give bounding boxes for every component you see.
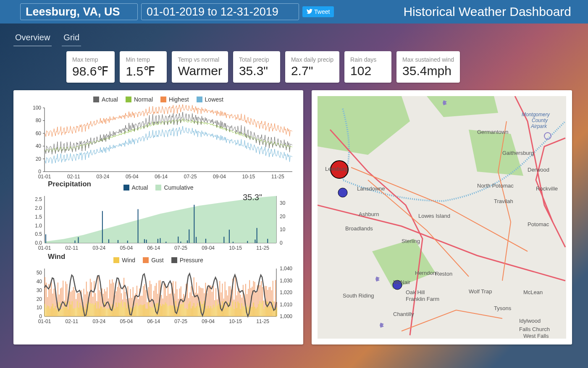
svg-text:60: 60 (36, 130, 42, 136)
legend-lowest: Lowest (197, 96, 223, 103)
svg-rect-243 (144, 304, 145, 316)
svg-rect-197 (115, 308, 116, 316)
svg-rect-421 (260, 301, 260, 316)
svg-rect-305 (184, 308, 185, 316)
stat-label: Max temp (72, 56, 109, 63)
wind-plot: 010203040501,0001,0101,0201,0301,04001-0… (19, 265, 297, 332)
svg-text:2.5: 2.5 (35, 196, 42, 202)
legend-gust: Gust (143, 257, 164, 264)
map-label: Herndon (415, 270, 436, 276)
svg-rect-231 (136, 303, 137, 316)
svg-rect-161 (91, 304, 92, 316)
svg-rect-39 (257, 228, 257, 243)
temperature-chart: Actual Normal Highest Lowest 02040608010… (19, 96, 297, 186)
header: Tweet Historical Weather Dashboard (0, 0, 588, 23)
svg-rect-413 (255, 307, 255, 316)
svg-rect-49 (180, 242, 181, 243)
map-label: McLean (523, 289, 543, 295)
map-label: Wolf Trap (469, 288, 492, 295)
tab-grid[interactable]: Grid (62, 31, 81, 46)
svg-rect-43 (205, 239, 206, 243)
svg-text:10: 10 (280, 227, 286, 232)
stat-max-wind: Max sustained wind35.4mph (396, 51, 460, 83)
map-label: Oak Hill (406, 289, 425, 295)
location-input[interactable] (20, 3, 138, 20)
svg-rect-317 (192, 306, 193, 316)
map[interactable]: Leesburg Lansdowne Ashburn Broadlands St… (318, 96, 566, 339)
svg-rect-427 (263, 309, 264, 316)
svg-rect-57 (223, 237, 224, 243)
date-range-input[interactable] (141, 3, 299, 20)
svg-rect-261 (156, 303, 157, 316)
svg-text:03-24: 03-24 (93, 245, 106, 251)
svg-rect-291 (175, 301, 176, 316)
map-label: Falls Church (519, 326, 550, 332)
svg-rect-365 (223, 307, 224, 316)
svg-rect-373 (228, 302, 229, 316)
stat-value: 35.4mph (402, 64, 454, 78)
svg-rect-63 (229, 230, 230, 243)
stat-min-temp: Min temp1.5℉ (120, 51, 167, 83)
map-label: Leesburg (325, 166, 348, 172)
map-marker-blue[interactable] (338, 188, 347, 197)
svg-text:1,010: 1,010 (280, 302, 292, 308)
svg-rect-201 (117, 307, 118, 316)
svg-text:10: 10 (37, 305, 42, 311)
svg-rect-37 (144, 239, 145, 243)
svg-text:07-25: 07-25 (174, 245, 187, 251)
svg-rect-157 (89, 303, 89, 316)
svg-text:02-11: 02-11 (67, 174, 80, 180)
svg-rect-107 (56, 309, 57, 316)
tab-overview[interactable]: Overview (13, 31, 52, 46)
svg-rect-301 (182, 304, 183, 316)
svg-rect-42 (267, 239, 268, 243)
svg-rect-229 (135, 305, 136, 316)
svg-rect-99 (51, 306, 52, 316)
svg-rect-239 (142, 305, 142, 316)
svg-text:10-15: 10-15 (229, 318, 242, 324)
svg-text:05-04: 05-04 (120, 318, 133, 324)
precipitation-chart: Precipitation Actual Cumulative 0.00.51.… (19, 184, 297, 259)
svg-rect-97 (50, 308, 50, 316)
svg-rect-55 (158, 239, 158, 243)
legend-wind: Wind (113, 257, 135, 264)
svg-rect-62 (127, 240, 128, 243)
svg-rect-135 (74, 308, 75, 316)
svg-rect-267 (160, 304, 160, 316)
svg-rect-171 (97, 302, 98, 316)
svg-rect-385 (236, 308, 237, 316)
svg-rect-325 (197, 303, 198, 316)
stat-total-precip: Total precip35.3" (233, 51, 280, 83)
map-panel[interactable]: Leesburg Lansdowne Ashburn Broadlands St… (312, 90, 572, 345)
svg-text:1,040: 1,040 (280, 266, 292, 271)
svg-rect-91 (46, 308, 47, 316)
svg-rect-391 (240, 309, 241, 316)
svg-rect-353 (215, 301, 216, 316)
svg-rect-105 (55, 306, 56, 316)
svg-rect-103 (54, 308, 55, 316)
svg-rect-303 (183, 301, 184, 316)
svg-rect-415 (256, 308, 257, 316)
legend-pressure: Pressure (171, 257, 203, 264)
svg-rect-277 (166, 304, 167, 316)
svg-text:1,000: 1,000 (280, 313, 292, 319)
svg-rect-133 (73, 308, 74, 316)
svg-rect-407 (250, 307, 251, 316)
svg-text:0.5: 0.5 (35, 231, 42, 237)
stats-row: Max temp98.6℉ Min temp1.5℉ Temp vs norma… (0, 46, 588, 83)
tweet-button[interactable]: Tweet (302, 6, 334, 17)
map-label: Derwood (528, 167, 549, 173)
svg-rect-141 (78, 308, 79, 316)
svg-rect-53 (233, 242, 234, 243)
svg-rect-227 (134, 307, 135, 316)
svg-rect-205 (120, 303, 121, 316)
svg-rect-119 (64, 308, 65, 316)
map-label: Germantown (477, 129, 508, 135)
svg-text:02-11: 02-11 (66, 245, 79, 251)
svg-rect-54 (78, 237, 79, 243)
svg-rect-255 (152, 308, 153, 316)
stat-label: Temp vs normal (178, 56, 222, 63)
svg-text:11-25: 11-25 (271, 174, 284, 180)
svg-rect-199 (116, 303, 117, 316)
svg-rect-337 (205, 306, 206, 316)
